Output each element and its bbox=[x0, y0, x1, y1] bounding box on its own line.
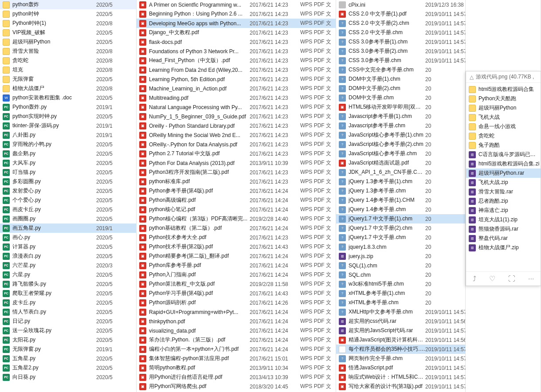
file-row[interactable]: ?jQuery 1.4参考手册(1).CHM20 bbox=[336, 196, 465, 205]
file-row[interactable]: PC叮当猫.py2020/5 bbox=[0, 168, 136, 177]
file-row[interactable]: ▣编程小白的第一本+python+入门书.pdf2017/6/21 14:24W… bbox=[137, 345, 336, 354]
file-row[interactable]: ▣OReilly Mining the Social Web 2nd E...2… bbox=[137, 130, 336, 140]
share-icon[interactable]: ⤴ bbox=[473, 275, 476, 283]
file-row[interactable]: ▣用Python进行自然语言处理.pdf2013/4/13 10:39WPS P… bbox=[137, 372, 336, 382]
file-row[interactable]: PC画皮卡丘.py2020/5 bbox=[0, 205, 136, 214]
file-row[interactable]: PCPython轰炸.py2019/1 bbox=[0, 102, 136, 112]
file-row[interactable]: ▣笨办法学.Python.（第三版）.pdf2017/6/21 14:24WPS… bbox=[137, 335, 336, 345]
file-row[interactable]: ?xHTML参考手册.chm20 bbox=[336, 298, 465, 307]
file-row[interactable]: ▥坦克大战1(1).zip bbox=[466, 215, 541, 224]
file-row[interactable]: ▣Python For Data Analysis (2013).pdf2013… bbox=[137, 158, 336, 168]
file-row[interactable]: ▥超实用的JavsScript代码.rar2019/10/11 14:57Win… bbox=[336, 326, 465, 335]
file-row[interactable]: ▥C语言版魂斗罗源码已编译 bbox=[466, 150, 541, 159]
file-row[interactable]: ?DOM中文手册.chm20 bbox=[336, 93, 465, 102]
file-row[interactable]: ▥忍者跑酷.zip bbox=[466, 196, 541, 206]
file-row[interactable]: ▣Multitreading.pdf2017/6/21 14:23WPS PDF… bbox=[137, 93, 336, 102]
file-row[interactable]: Wpython安装教程图集 .doc2020/5 bbox=[0, 93, 136, 102]
file-row[interactable]: 命悬一线小游戏 bbox=[466, 122, 541, 131]
file-row[interactable]: ?w3c标准html5手册.chm20 bbox=[336, 279, 465, 289]
file-row[interactable]: ▣Python学习手册(第4版).pdf2017/6/21 14:43WPS P… bbox=[137, 289, 336, 298]
file-row[interactable]: ▣Python参考手册(第4版).pdf2017/6/21 14:24WPS P… bbox=[137, 186, 336, 196]
file-row[interactable]: ?jQuery1.7 中文手册.chm20 bbox=[336, 233, 465, 242]
file-row[interactable]: ▣Python 2.7 Tutorial 中文版.pdf2017/6/21 14… bbox=[137, 149, 336, 158]
file-row[interactable]: PC画心.py2020/5 bbox=[0, 233, 136, 242]
file-row[interactable]: PC路飞骷髅头.py2020/5 bbox=[0, 279, 136, 289]
file-row[interactable]: ▣OReilly.-.Python for Data Analysis.pdf2… bbox=[137, 140, 336, 149]
file-row[interactable]: ▣写给大家看的设计书(第3版).pdf2019/10/11 14:57WPS P… bbox=[336, 382, 465, 391]
file-row[interactable]: PC情人节表白.py2020/5 bbox=[0, 307, 136, 317]
file-row[interactable]: 贪吃蛇2020/8 bbox=[0, 56, 136, 65]
file-row[interactable]: ▣响应式Web设计：HTML5和CSS3实战....2019/10/11 14:… bbox=[336, 372, 465, 382]
file-row[interactable]: ?xHTML参考手册(1).chm20 bbox=[336, 289, 465, 298]
file-row[interactable]: ?JavaScript核心参考手册.chm20 bbox=[336, 149, 465, 158]
file-row[interactable]: ▣python标准库.pdf2017/6/21 14:23WPS PDF 文 bbox=[137, 177, 336, 186]
file-row[interactable]: 兔子跑酷 bbox=[466, 141, 541, 150]
fullscreen-icon[interactable]: ⛶ bbox=[508, 275, 515, 283]
file-row[interactable]: ?CSS 2.0 中文手册(2).chm2019/10/11 14:57编译的 … bbox=[336, 19, 465, 28]
more-icon[interactable]: ··· bbox=[528, 275, 534, 283]
file-row[interactable]: ▣Foundations of Python 3 Network Pr...20… bbox=[137, 47, 336, 56]
file-row[interactable]: ▣精通JavaScript(图灵计算机科学丛书).pdf2019/10/11 1… bbox=[336, 335, 465, 345]
file-row[interactable]: ▥飞机大战.zip bbox=[466, 178, 541, 187]
file-row[interactable]: ▣Natural Language Processing with Py...2… bbox=[137, 102, 336, 112]
file-row[interactable]: PC五角星2.py2020/5 bbox=[0, 363, 136, 372]
file-row[interactable]: VIP视频_破解2020/5 bbox=[0, 28, 136, 37]
file-row[interactable]: PC六星.py2020/5 bbox=[0, 270, 136, 279]
file-row[interactable]: 无限弹窗2020/5 bbox=[0, 74, 136, 84]
file-row[interactable]: ▣Head_First_Python（中文版）.pdf2017/6/21 14:… bbox=[137, 56, 336, 65]
file-row[interactable]: PC浪漫表白.py2020/5 bbox=[0, 251, 136, 261]
file-row[interactable]: ▣NumPy_1_5_Beginner_039_s_Guide.pdf2017/… bbox=[137, 112, 336, 121]
file-row[interactable]: 坦克2020/8 bbox=[0, 65, 136, 74]
file-row[interactable]: ?CSS中文完全参考手册.chm20 bbox=[336, 65, 465, 74]
file-row[interactable]: ▥超级玛丽Python.rar bbox=[466, 169, 541, 178]
file-row[interactable]: ?jQuery 1.4参考手册.chm20 bbox=[336, 205, 465, 214]
file-row[interactable]: PC六芒星.py2020/3 bbox=[0, 261, 136, 270]
file-row[interactable]: PC穿雨靴的小鸭.py2020/5 bbox=[0, 140, 136, 149]
file-row[interactable]: 植物大战僵尸2020/8 bbox=[0, 84, 136, 93]
file-row[interactable]: Python时钟(1)2020/8 bbox=[0, 19, 136, 28]
file-row[interactable]: ▣Python3程序开发指南(第二版).pdf2017/6/21 14:23WP… bbox=[137, 168, 336, 177]
file-row[interactable]: ▥滑雪大冒险.rar bbox=[466, 187, 541, 196]
file-row[interactable]: ?Javascript参考手册(1).chm20 bbox=[336, 112, 465, 121]
file-row[interactable]: ?Javascript参考手册.chm20 bbox=[336, 121, 465, 130]
file-row[interactable]: PC蠢企鹅.py2020/5 bbox=[0, 149, 136, 158]
file-row[interactable]: ▥熊猫烧香源码.rar bbox=[466, 224, 541, 234]
file-row[interactable]: PC日记.py2020/5 bbox=[0, 317, 136, 326]
file-row[interactable]: ▣Oreilly - Python Standard Library.pdf20… bbox=[137, 121, 336, 130]
file-row[interactable]: ▣A Primer on Scientfic Programming w...2… bbox=[137, 0, 336, 9]
file-row[interactable]: ▣python核心笔记.pdf2017/6/21 14:24WPS PDF 文 bbox=[137, 205, 336, 214]
file-row[interactable]: ?XMLHttp中文参考手册.chm2019/10/11 14:57编译的 HT… bbox=[336, 307, 465, 317]
file-row[interactable]: ▣Rapid+GUI+Programming+with+Pyt...2017/6… bbox=[137, 307, 336, 317]
file-row[interactable]: ?CSS 3.0参考手册.chm2019/10/11 14:57编译的 HTM bbox=[336, 56, 465, 65]
file-row[interactable]: ▥整盘代码.rar bbox=[466, 234, 541, 243]
file-row[interactable]: 飞机大战 bbox=[466, 113, 541, 122]
file-row[interactable]: ▣Python算法教程_中文版.pdf2019/2/28 11:58WPS PD… bbox=[137, 279, 336, 289]
file-row[interactable]: PC大风车.py2020/5 bbox=[0, 158, 136, 168]
file-row[interactable]: ▣Beginning Python：Using Python 2.6 ...20… bbox=[137, 9, 336, 19]
file-row[interactable]: PCtkinter-屏保-源码.py2019/1 bbox=[0, 121, 136, 130]
file-row[interactable]: PC八卦图.py2019/1 bbox=[0, 130, 136, 140]
file-row[interactable]: 超级玛丽Python bbox=[466, 103, 541, 113]
file-row[interactable]: ?SQL(1).chm20 bbox=[336, 261, 465, 270]
file-row[interactable]: PC无限弹窗.py2019/1 bbox=[0, 345, 136, 354]
file-row[interactable]: ▣flask-docs.pdf2017/6/21 14:23WPS PDF 文 bbox=[137, 37, 336, 47]
file-row[interactable]: ▣Machine_Learning_in_Action.pdf2017/6/21… bbox=[137, 84, 336, 93]
file-row[interactable]: ▣Learning From Data 2nd Ed (Wiley,20...2… bbox=[137, 65, 336, 74]
file-row[interactable]: ?JDK_API_1_6_zh_CN手册.CHM20 bbox=[336, 168, 465, 177]
file-row[interactable]: ?CSS 2.0 中文手册.chm2019/10/11 14:57编译的 HTM bbox=[336, 28, 465, 37]
file-row[interactable]: ?JavaScript核心参考手册(2).chm20 bbox=[336, 140, 465, 149]
heart-icon[interactable]: ♡ bbox=[489, 274, 495, 283]
file-row[interactable]: PC画五角星.py2019/1 bbox=[0, 223, 136, 233]
file-row[interactable]: ?SQL.chm20 bbox=[336, 270, 465, 279]
file-row[interactable]: ?CSS 3.0参考手册(1).chm2019/10/11 14:57编译的 H… bbox=[336, 37, 465, 47]
file-row[interactable]: ▣Python库参考手册.pdf2017/6/21 14:24WPS PDF 文 bbox=[137, 261, 336, 270]
file-row[interactable]: ?网页制作完全手册.chm2019/10/11 14:57编译的 HTM bbox=[336, 354, 465, 363]
file-row[interactable]: cPix.ini2019/12/3 16:38配置设置 bbox=[336, 0, 465, 9]
file-row[interactable]: ▥超实用的css代码.rar2019/10/11 14:56WinRAR 压 bbox=[336, 317, 465, 326]
file-row[interactable]: ▣Python入门指南.pdf2017/6/21 14:24WPS PDF 文 bbox=[137, 270, 336, 279]
file-row[interactable]: ?DOM中文手册(1).chm20 bbox=[336, 74, 465, 84]
file-row[interactable]: ?jquery1.8.3.chm20 bbox=[336, 242, 465, 251]
file-row[interactable]: ▣用Python写网络爬虫.pdf2018/3/20 14:45WPS PDF … bbox=[137, 382, 336, 391]
file-row[interactable]: ?jQuery 1.3参考手册.chm20 bbox=[336, 186, 465, 196]
file-row[interactable]: Python天天酷跑 bbox=[466, 94, 541, 103]
